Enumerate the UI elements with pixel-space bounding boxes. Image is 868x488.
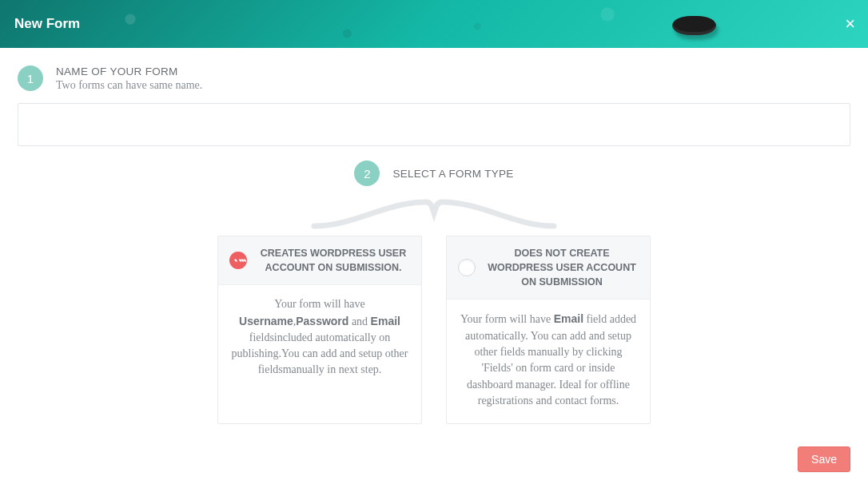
option-create-wp-user[interactable]: CREATES WORDPRESS USER ACCOUNT ON SUBMIS… — [217, 236, 422, 424]
modal-body: 1 NAME OF YOUR FORM Two forms can have s… — [0, 48, 868, 446]
option-1-desc-pre: Your form will have — [274, 298, 364, 310]
brace-decor-icon — [306, 196, 562, 229]
step-2-head: 2 SELECT A FORM TYPE — [354, 161, 513, 186]
option-1-title: CREATES WORDPRESS USER ACCOUNT ON SUBMIS… — [257, 246, 410, 275]
option-1-desc: Your form will have Username,Password an… — [218, 285, 421, 392]
option-1-head: CREATES WORDPRESS USER ACCOUNT ON SUBMIS… — [218, 236, 421, 285]
form-name-input[interactable] — [18, 103, 850, 146]
option-2-head: DOES NOT CREATE WORDPRESS USER ACCOUNT O… — [447, 236, 650, 300]
option-1-sep2: and — [348, 315, 370, 327]
modal-footer: Save — [0, 446, 868, 488]
option-1-b3: Email — [371, 315, 400, 327]
option-2-b1: Email — [554, 312, 583, 325]
option-no-wp-user[interactable]: DOES NOT CREATE WORDPRESS USER ACCOUNT O… — [446, 236, 651, 424]
option-2-desc: Your form will have Email field added au… — [447, 300, 650, 423]
step-2-title: SELECT A FORM TYPE — [392, 168, 513, 180]
step-1-number: 1 — [18, 65, 43, 91]
option-1-b2: Password — [296, 315, 348, 327]
option-1-radio[interactable] — [229, 252, 247, 269]
option-2-radio[interactable] — [458, 259, 476, 276]
option-2-desc-post: field added automatically. You can add a… — [465, 313, 636, 406]
step-2: 2 SELECT A FORM TYPE CREATES WORDPRESS U… — [18, 161, 850, 446]
new-form-modal: New Form × 1 NAME OF YOUR FORM Two forms… — [0, 0, 868, 488]
modal-header: New Form × — [0, 0, 868, 48]
step-1: 1 NAME OF YOUR FORM Two forms can have s… — [18, 65, 850, 92]
step-2-number: 2 — [354, 161, 380, 186]
modal-title: New Form — [14, 16, 80, 32]
step-1-head: NAME OF YOUR FORM Two forms can have sam… — [56, 65, 202, 92]
step-1-subtitle: Two forms can have same name. — [56, 79, 202, 92]
option-1-desc-post: fieldsincluded automatically on publishi… — [232, 331, 408, 376]
form-type-options: CREATES WORDPRESS USER ACCOUNT ON SUBMIS… — [18, 236, 850, 424]
header-boat-decor — [672, 16, 716, 35]
option-2-desc-pre: Your form will have — [460, 313, 554, 325]
save-button[interactable]: Save — [798, 446, 850, 472]
close-icon[interactable]: × — [845, 15, 855, 33]
step-1-title: NAME OF YOUR FORM — [56, 65, 202, 77]
option-1-b1: Username — [239, 315, 293, 327]
option-2-title: DOES NOT CREATE WORDPRESS USER ACCOUNT O… — [485, 246, 639, 289]
